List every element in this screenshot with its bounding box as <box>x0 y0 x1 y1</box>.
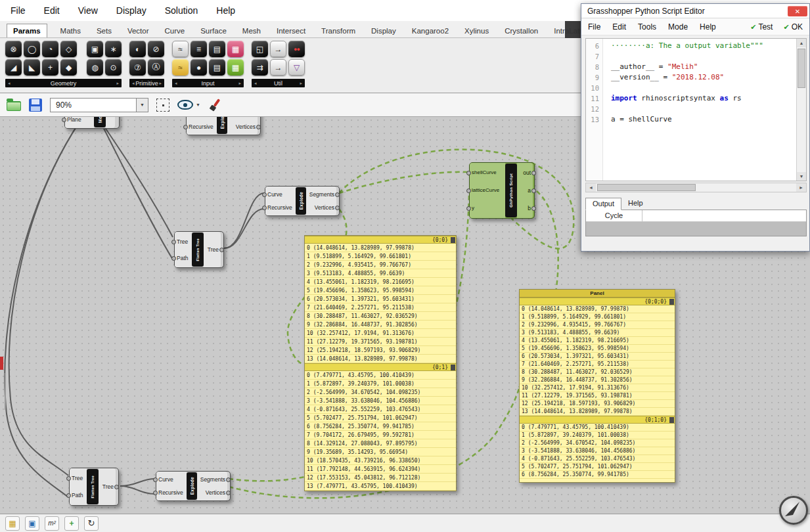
group-label-primitive[interactable]: ◂Primitive▸ <box>129 79 164 87</box>
input-port-recursive[interactable]: Recursive <box>158 489 185 496</box>
group-label-geometry[interactable]: ◂Geometry▸ <box>5 79 122 87</box>
simplify-tree-icon[interactable]: → <box>270 59 286 76</box>
input-port-tree[interactable]: Tree <box>72 475 85 481</box>
group-label-util[interactable]: ◂Util▸ <box>252 79 305 87</box>
wire[interactable] <box>9 121 80 476</box>
input-port-curve[interactable]: Curve <box>158 476 185 483</box>
component-label[interactable]: Explode <box>299 192 304 210</box>
code-lines[interactable]: ········a: The a output variable"""__aut… <box>603 39 796 181</box>
editor-tab-output[interactable]: Output <box>585 198 621 210</box>
history-spiral-icon[interactable]: ↻ <box>84 516 99 531</box>
wire[interactable] <box>224 209 264 248</box>
brep-param-icon[interactable]: ▣ <box>87 41 103 57</box>
cherry-picker-icon[interactable]: ●● <box>288 41 305 57</box>
explode-component[interactable]: Curve Recursive Explode Segments Vertice… <box>265 186 340 216</box>
wire[interactable] <box>99 118 173 259</box>
output-port-tree[interactable]: Tree <box>206 246 219 253</box>
component-label[interactable]: Flatten Tree <box>196 238 200 261</box>
input-port-recursive[interactable]: Recursive <box>267 204 294 211</box>
widget-move-icon[interactable]: + <box>64 516 79 531</box>
editor-menu-edit[interactable]: Edit <box>612 22 626 32</box>
graph-mapper-icon[interactable]: ≈ <box>172 41 189 57</box>
integer-param-icon[interactable]: ⑦ <box>129 59 146 76</box>
surface-param-icon[interactable]: ◇ <box>60 41 77 57</box>
editor-tab-help[interactable]: Help <box>621 198 650 210</box>
output-port-segments[interactable]: Segments <box>199 476 225 483</box>
component-label[interactable]: GhPython Script <box>509 173 513 208</box>
preview-control[interactable]: ▼ <box>177 100 200 110</box>
menu-edit[interactable]: Edit <box>44 5 60 16</box>
editor-action-test[interactable]: ✔Test <box>750 22 773 32</box>
graft-tree-icon[interactable]: ⇉ <box>252 59 268 76</box>
zoom-dropdown-icon[interactable]: ▼ <box>136 99 148 112</box>
editor-action-ok[interactable]: ✔OK <box>783 22 803 32</box>
editor-menu-help[interactable]: Help <box>700 22 716 32</box>
input-port-recursive[interactable]: Recursive <box>189 123 215 130</box>
tab-display[interactable]: Display <box>369 24 399 37</box>
editor-menu-file[interactable]: File <box>588 22 600 32</box>
component-label[interactable]: Explode <box>220 117 225 129</box>
wire[interactable] <box>224 193 264 248</box>
output-port-segments[interactable]: Segments <box>308 191 334 198</box>
save-file-icon[interactable] <box>29 99 42 112</box>
zoom-select[interactable]: 90% ▼ <box>50 98 148 112</box>
output-port-vertices[interactable]: Vertices <box>308 204 334 211</box>
python-editor-window[interactable]: Grasshopper Python Script Editor ✕ FileE… <box>581 3 810 252</box>
plane-component[interactable]: Plane Me <box>64 117 120 129</box>
tab-maths[interactable]: Maths <box>58 24 83 37</box>
code-editor-area[interactable]: 678910111213 ········a: The a output var… <box>585 38 807 181</box>
close-icon[interactable]: ✕ <box>788 6 807 16</box>
component-label[interactable]: Flatten Tree <box>91 476 95 498</box>
open-file-icon[interactable] <box>7 101 21 111</box>
curve-param-icon[interactable]: ◔ <box>42 41 58 57</box>
relay-icon[interactable]: → <box>270 41 286 57</box>
box-param-icon[interactable]: ◆ <box>60 59 77 76</box>
editor-menu-mode[interactable]: Mode <box>668 22 688 32</box>
control-knob-icon[interactable]: ● <box>191 59 207 76</box>
text-param-icon[interactable]: Ⓐ <box>148 59 164 76</box>
explode-component-top[interactable]: Curve Recursive Explode Segments Vertice… <box>186 117 261 135</box>
circle-param-icon[interactable]: ◯ <box>24 41 40 57</box>
input-port-path[interactable]: Path <box>177 255 190 261</box>
input-port-y[interactable]: y <box>472 205 503 211</box>
arc-param-icon[interactable]: ◐ <box>129 41 146 57</box>
scrollbar-thumb[interactable] <box>597 184 696 191</box>
scroll-left-icon[interactable]: ◄ <box>586 183 596 192</box>
scrollbar-track[interactable] <box>797 47 806 172</box>
scroll-up-icon[interactable]: ▲ <box>797 39 806 47</box>
menu-help[interactable]: Help <box>216 5 235 16</box>
wire[interactable] <box>120 479 155 486</box>
zoom-extents-icon[interactable] <box>156 99 169 112</box>
input-port-path[interactable]: Path <box>72 492 85 499</box>
component-label[interactable]: Me <box>98 117 102 123</box>
data-panel[interactable]: {0;0}0 (14.048614, 13.828989, 97.99878)1… <box>304 235 457 491</box>
number-slider-icon[interactable]: ≡ <box>191 41 207 57</box>
paint-brush-icon[interactable] <box>208 98 223 112</box>
tab-params[interactable]: Params <box>7 24 47 37</box>
mesh-param-icon[interactable]: ∗ <box>105 41 122 57</box>
jitter-flask-icon[interactable]: ▽ <box>288 59 305 76</box>
wire-selected[interactable] <box>339 150 574 249</box>
scrollbar-thumb[interactable] <box>798 49 805 88</box>
input-port-curve[interactable]: Curve <box>267 191 294 198</box>
units-m2-icon[interactable]: m² <box>45 516 59 531</box>
menu-display[interactable]: Display <box>116 5 146 16</box>
field-param-icon[interactable]: ⊙ <box>105 59 122 76</box>
preview-caret-icon[interactable]: ▼ <box>196 102 200 107</box>
vector-param-icon[interactable]: ◣ <box>24 59 40 76</box>
tab-crystallon[interactable]: Crystallon <box>502 24 541 37</box>
tab-xylinus[interactable]: Xylinus <box>462 24 491 37</box>
output-port-vertices[interactable]: Vertices <box>229 123 256 130</box>
preview-eye-icon[interactable] <box>177 100 193 110</box>
geometry-param-icon[interactable]: ⊗ <box>5 41 22 57</box>
editor-menu-tools[interactable]: Tools <box>638 22 656 32</box>
flatten-tree-component[interactable]: Tree Path Flatten Tree Tree <box>69 468 119 506</box>
tab-curve[interactable]: Curve <box>162 24 188 37</box>
boolean-toggle-icon[interactable]: ▤ <box>209 41 225 57</box>
plane-param-icon[interactable]: + <box>42 59 58 76</box>
input-port-tree[interactable]: Tree <box>177 238 190 245</box>
panel-grid-icon[interactable]: ▦ <box>5 516 20 531</box>
scrollbar-track[interactable] <box>596 183 796 192</box>
component-label[interactable]: Explode <box>190 477 194 495</box>
tab-surface[interactable]: Surface <box>198 24 229 37</box>
